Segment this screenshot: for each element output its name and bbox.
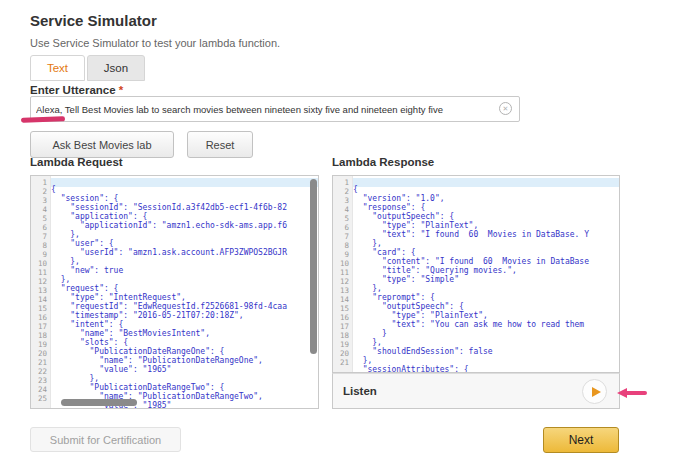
code-line: 18 "slots": { [31, 331, 318, 340]
line-number: 5 [31, 214, 51, 223]
line-number: 7 [31, 232, 51, 241]
utterance-label: Enter Utterance * [30, 84, 123, 96]
line-number: 22 [31, 367, 51, 376]
line-number: 14 [333, 295, 353, 304]
code-line: 12 }, [333, 277, 619, 286]
line-number: 6 [31, 223, 51, 232]
line-number: 8 [31, 241, 51, 250]
line-number: 20 [333, 349, 353, 358]
code-line: 20 }, [333, 349, 619, 358]
code-line: 3 "response": { [333, 196, 619, 205]
line-number: 15 [31, 304, 51, 313]
code-line: 17 "name": "BestMoviesIntent", [31, 322, 318, 331]
line-number: 19 [333, 340, 353, 349]
code-line: 5 "applicationId": "amzn1.echo-sdk-ams.a… [31, 214, 318, 223]
code-line: 11 }, [31, 268, 318, 277]
code-line: 19 "PublicationDateRangeOne": { [31, 340, 318, 349]
code-line: 12 "request": { [31, 277, 318, 286]
code-line: 14 "outputSpeech": { [333, 295, 619, 304]
line-number: 12 [31, 277, 51, 286]
line-number: 20 [31, 349, 51, 358]
play-icon [592, 387, 601, 397]
tab-text[interactable]: Text [30, 55, 85, 81]
code-line: 16 "text": "You can ask me how to read t… [333, 313, 619, 322]
line-number: 21 [333, 358, 353, 367]
code-line: 14 "requestId": "EdwRequestId.f2526681-9… [31, 295, 318, 304]
line-number: 12 [333, 277, 353, 286]
submit-for-certification-button[interactable]: Submit for Certification [30, 427, 181, 452]
line-number: 16 [31, 313, 51, 322]
code-line: 13 "reprompt": { [333, 286, 619, 295]
lambda-response-title: Lambda Response [332, 156, 434, 168]
lambda-request-title: Lambda Request [30, 156, 123, 168]
line-number: 10 [333, 259, 353, 268]
code-line: 13 "type": "IntentRequest", [31, 286, 318, 295]
code-line: 21 "sessionAttributes": { [333, 358, 619, 367]
request-vertical-scrollbar[interactable] [310, 179, 317, 354]
code-line: 20 "name": "PublicationDateRangeOne", [31, 349, 318, 358]
line-number: 23 [31, 376, 51, 385]
line-number: 17 [31, 322, 51, 331]
line-number: 21 [31, 358, 51, 367]
next-button[interactable]: Next [543, 427, 619, 453]
line-number: 16 [333, 313, 353, 322]
code-line: 11 "type": "Simple" [333, 268, 619, 277]
code-line: 3 "sessionId": "SessionId.a3f42db5-ecf1-… [31, 196, 318, 205]
request-horizontal-scrollbar[interactable] [61, 399, 137, 406]
code-line: 1{ [333, 178, 619, 187]
line-number: 13 [333, 286, 353, 295]
code-line: 19 "shouldEndSession": false [333, 340, 619, 349]
line-number: 11 [333, 268, 353, 277]
code-line: 7 }, [333, 232, 619, 241]
listen-bar: Listen [332, 373, 620, 409]
code-line: 10 "title": "Querying movies.", [333, 259, 619, 268]
line-number: 2 [31, 187, 51, 196]
code-line: 8 "userId": "amzn1.ask.account.AFP3ZWPOS… [31, 241, 318, 250]
line-number: 8 [333, 241, 353, 250]
code-line: 15 "type": "PlainText", [333, 304, 619, 313]
code-line: 17 } [333, 322, 619, 331]
code-line: 8 "card": { [333, 241, 619, 250]
service-simulator-page: Service Simulator Use Service Simulator … [0, 0, 680, 458]
line-number: 5 [333, 214, 353, 223]
ask-skill-button[interactable]: Ask Best Movies lab [30, 131, 174, 158]
code-line: 16 "intent": { [31, 313, 318, 322]
reset-button[interactable]: Reset [187, 131, 253, 158]
line-number: 2 [333, 187, 353, 196]
utterance-label-text: Enter Utterance [30, 84, 116, 96]
lambda-response-editor[interactable]: 1{2 "version": "1.0",3 "response": {4 "o… [332, 175, 620, 373]
line-number: 6 [333, 223, 353, 232]
page-subtitle: Use Service Simulator to test your lambd… [30, 37, 280, 49]
line-number: 18 [31, 331, 51, 340]
line-number: 10 [31, 259, 51, 268]
code-line: 9 "content": "I found 60 Movies in DataB… [333, 250, 619, 259]
arrow-annotation [617, 388, 650, 398]
code-line: 7 "user": { [31, 232, 318, 241]
line-number: 19 [31, 340, 51, 349]
clear-input-icon[interactable]: ✕ [499, 102, 512, 115]
code-line: 2 "version": "1.0", [333, 187, 619, 196]
line-number: 9 [333, 250, 353, 259]
line-number: 1 [31, 178, 51, 187]
code-line: 2 "session": { [31, 187, 318, 196]
utterance-input[interactable] [30, 96, 520, 122]
page-title: Service Simulator [30, 12, 157, 29]
code-line: 4 "application": { [31, 205, 318, 214]
code-line: 10 "new": true [31, 259, 318, 268]
line-number: 14 [31, 295, 51, 304]
lambda-request-editor[interactable]: 1{2 "session": {3 "sessionId": "SessionI… [30, 175, 319, 409]
line-number: 25 [31, 394, 51, 403]
play-button[interactable] [582, 379, 607, 404]
arrow-tail [625, 391, 647, 395]
code-line: 6 "text": "I found 60 Movies in DataBase… [333, 223, 619, 232]
code-line: 4 "outputSpeech": { [333, 205, 619, 214]
line-number: 9 [31, 250, 51, 259]
line-number: 1 [333, 178, 353, 187]
line-number: 4 [333, 205, 353, 214]
line-number: 7 [333, 232, 353, 241]
line-number: 18 [333, 331, 353, 340]
line-number: 4 [31, 205, 51, 214]
tab-json[interactable]: Json [87, 55, 145, 81]
code-line: 15 "timestamp": "2016-05-21T07:20:18Z", [31, 304, 318, 313]
code-line: 1{ [31, 178, 318, 187]
